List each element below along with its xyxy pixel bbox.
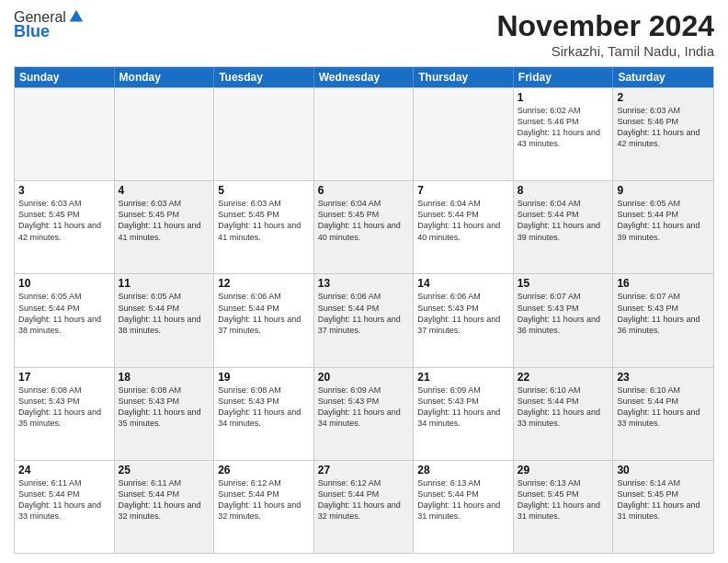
day-info: Sunrise: 6:05 AM Sunset: 5:44 PM Dayligh…: [617, 198, 710, 243]
day-cell-24: 24Sunrise: 6:11 AM Sunset: 5:44 PM Dayli…: [15, 461, 115, 553]
day-info: Sunrise: 6:06 AM Sunset: 5:44 PM Dayligh…: [218, 291, 310, 336]
day-cell-19: 19Sunrise: 6:08 AM Sunset: 5:43 PM Dayli…: [214, 368, 314, 460]
day-number: 30: [617, 464, 710, 477]
header-day-tuesday: Tuesday: [214, 67, 314, 87]
day-number: 11: [119, 277, 210, 290]
day-number: 18: [119, 371, 210, 384]
day-info: Sunrise: 6:13 AM Sunset: 5:44 PM Dayligh…: [417, 477, 509, 523]
day-number: 24: [18, 464, 110, 477]
day-number: 2: [617, 91, 710, 104]
calendar-row-0: 1Sunrise: 6:02 AM Sunset: 5:46 PM Daylig…: [15, 87, 713, 180]
empty-cell-0-4: [414, 88, 514, 180]
day-info: Sunrise: 6:03 AM Sunset: 5:46 PM Dayligh…: [617, 105, 710, 150]
day-number: 12: [218, 277, 310, 290]
day-info: Sunrise: 6:05 AM Sunset: 5:44 PM Dayligh…: [119, 291, 210, 336]
day-cell-12: 12Sunrise: 6:06 AM Sunset: 5:44 PM Dayli…: [214, 274, 314, 366]
day-cell-16: 16Sunrise: 6:07 AM Sunset: 5:43 PM Dayli…: [613, 274, 713, 366]
title-section: November 2024 Sirkazhi, Tamil Nadu, Indi…: [496, 9, 714, 59]
day-info: Sunrise: 6:12 AM Sunset: 5:44 PM Dayligh…: [318, 477, 410, 523]
day-info: Sunrise: 6:11 AM Sunset: 5:44 PM Dayligh…: [119, 477, 210, 523]
day-info: Sunrise: 6:13 AM Sunset: 5:45 PM Dayligh…: [518, 477, 609, 523]
day-info: Sunrise: 6:03 AM Sunset: 5:45 PM Dayligh…: [218, 198, 310, 243]
header-day-wednesday: Wednesday: [314, 67, 415, 87]
empty-cell-0-2: [214, 88, 314, 180]
day-cell-3: 3Sunrise: 6:03 AM Sunset: 5:45 PM Daylig…: [15, 181, 115, 273]
day-info: Sunrise: 6:09 AM Sunset: 5:43 PM Dayligh…: [417, 385, 509, 430]
day-cell-1: 1Sunrise: 6:02 AM Sunset: 5:46 PM Daylig…: [514, 88, 614, 180]
day-cell-22: 22Sunrise: 6:10 AM Sunset: 5:44 PM Dayli…: [514, 368, 614, 460]
day-number: 20: [318, 371, 410, 384]
day-cell-30: 30Sunrise: 6:14 AM Sunset: 5:45 PM Dayli…: [613, 461, 713, 553]
day-number: 17: [18, 371, 110, 384]
header-day-friday: Friday: [514, 67, 614, 87]
day-info: Sunrise: 6:03 AM Sunset: 5:45 PM Dayligh…: [18, 198, 110, 243]
day-number: 4: [119, 184, 210, 197]
day-number: 8: [518, 184, 609, 197]
day-number: 26: [218, 464, 310, 477]
day-info: Sunrise: 6:08 AM Sunset: 5:43 PM Dayligh…: [18, 385, 110, 430]
day-info: Sunrise: 6:02 AM Sunset: 5:46 PM Dayligh…: [518, 105, 609, 150]
day-cell-7: 7Sunrise: 6:04 AM Sunset: 5:44 PM Daylig…: [414, 181, 514, 273]
day-cell-2: 2Sunrise: 6:03 AM Sunset: 5:46 PM Daylig…: [613, 88, 713, 180]
day-cell-29: 29Sunrise: 6:13 AM Sunset: 5:45 PM Dayli…: [514, 461, 614, 553]
day-number: 6: [318, 184, 410, 197]
day-info: Sunrise: 6:04 AM Sunset: 5:45 PM Dayligh…: [318, 198, 410, 243]
day-number: 23: [617, 371, 710, 384]
logo-blue-text: Blue: [14, 22, 50, 41]
day-number: 7: [417, 184, 509, 197]
day-info: Sunrise: 6:07 AM Sunset: 5:43 PM Dayligh…: [518, 291, 609, 336]
day-number: 16: [617, 277, 710, 290]
location: Sirkazhi, Tamil Nadu, India: [496, 43, 714, 59]
day-cell-20: 20Sunrise: 6:09 AM Sunset: 5:43 PM Dayli…: [314, 368, 415, 460]
day-number: 22: [518, 371, 609, 384]
day-number: 25: [119, 464, 210, 477]
day-number: 5: [218, 184, 310, 197]
day-number: 3: [18, 184, 110, 197]
calendar-header: SundayMondayTuesdayWednesdayThursdayFrid…: [15, 67, 713, 87]
day-info: Sunrise: 6:06 AM Sunset: 5:44 PM Dayligh…: [318, 291, 410, 336]
day-cell-15: 15Sunrise: 6:07 AM Sunset: 5:43 PM Dayli…: [514, 274, 614, 366]
calendar-body: 1Sunrise: 6:02 AM Sunset: 5:46 PM Daylig…: [15, 87, 713, 553]
empty-cell-0-0: [15, 88, 115, 180]
day-cell-18: 18Sunrise: 6:08 AM Sunset: 5:43 PM Dayli…: [115, 368, 215, 460]
day-number: 19: [218, 371, 310, 384]
logo: General Blue: [14, 9, 85, 41]
day-cell-8: 8Sunrise: 6:04 AM Sunset: 5:44 PM Daylig…: [514, 181, 614, 273]
day-cell-21: 21Sunrise: 6:09 AM Sunset: 5:43 PM Dayli…: [414, 368, 514, 460]
day-cell-28: 28Sunrise: 6:13 AM Sunset: 5:44 PM Dayli…: [414, 461, 514, 553]
header-day-sunday: Sunday: [15, 67, 115, 87]
day-cell-11: 11Sunrise: 6:05 AM Sunset: 5:44 PM Dayli…: [115, 274, 215, 366]
day-cell-4: 4Sunrise: 6:03 AM Sunset: 5:45 PM Daylig…: [115, 181, 215, 273]
page: General Blue November 2024 Sirkazhi, Tam…: [0, 0, 728, 563]
logo-icon: [68, 8, 85, 25]
day-number: 27: [318, 464, 410, 477]
day-cell-26: 26Sunrise: 6:12 AM Sunset: 5:44 PM Dayli…: [214, 461, 314, 553]
day-cell-25: 25Sunrise: 6:11 AM Sunset: 5:44 PM Dayli…: [115, 461, 215, 553]
day-cell-9: 9Sunrise: 6:05 AM Sunset: 5:44 PM Daylig…: [613, 181, 713, 273]
day-number: 9: [617, 184, 710, 197]
day-number: 13: [318, 277, 410, 290]
calendar-row-1: 3Sunrise: 6:03 AM Sunset: 5:45 PM Daylig…: [15, 180, 713, 273]
day-info: Sunrise: 6:06 AM Sunset: 5:43 PM Dayligh…: [417, 291, 509, 336]
calendar: SundayMondayTuesdayWednesdayThursdayFrid…: [14, 66, 714, 554]
header-day-monday: Monday: [115, 67, 215, 87]
day-info: Sunrise: 6:05 AM Sunset: 5:44 PM Dayligh…: [18, 291, 110, 336]
svg-marker-0: [70, 10, 83, 22]
day-cell-6: 6Sunrise: 6:04 AM Sunset: 5:45 PM Daylig…: [314, 181, 415, 273]
header-day-thursday: Thursday: [414, 67, 514, 87]
day-info: Sunrise: 6:04 AM Sunset: 5:44 PM Dayligh…: [518, 198, 609, 243]
day-info: Sunrise: 6:10 AM Sunset: 5:44 PM Dayligh…: [617, 385, 710, 430]
empty-cell-0-3: [314, 88, 415, 180]
day-cell-23: 23Sunrise: 6:10 AM Sunset: 5:44 PM Dayli…: [613, 368, 713, 460]
empty-cell-0-1: [115, 88, 215, 180]
day-cell-5: 5Sunrise: 6:03 AM Sunset: 5:45 PM Daylig…: [214, 181, 314, 273]
day-number: 15: [518, 277, 609, 290]
header-day-saturday: Saturday: [613, 67, 713, 87]
day-cell-10: 10Sunrise: 6:05 AM Sunset: 5:44 PM Dayli…: [15, 274, 115, 366]
day-number: 29: [518, 464, 609, 477]
day-cell-17: 17Sunrise: 6:08 AM Sunset: 5:43 PM Dayli…: [15, 368, 115, 460]
day-info: Sunrise: 6:14 AM Sunset: 5:45 PM Dayligh…: [617, 477, 710, 523]
day-cell-13: 13Sunrise: 6:06 AM Sunset: 5:44 PM Dayli…: [314, 274, 415, 366]
month-title: November 2024: [496, 9, 714, 43]
calendar-row-3: 17Sunrise: 6:08 AM Sunset: 5:43 PM Dayli…: [15, 367, 713, 460]
